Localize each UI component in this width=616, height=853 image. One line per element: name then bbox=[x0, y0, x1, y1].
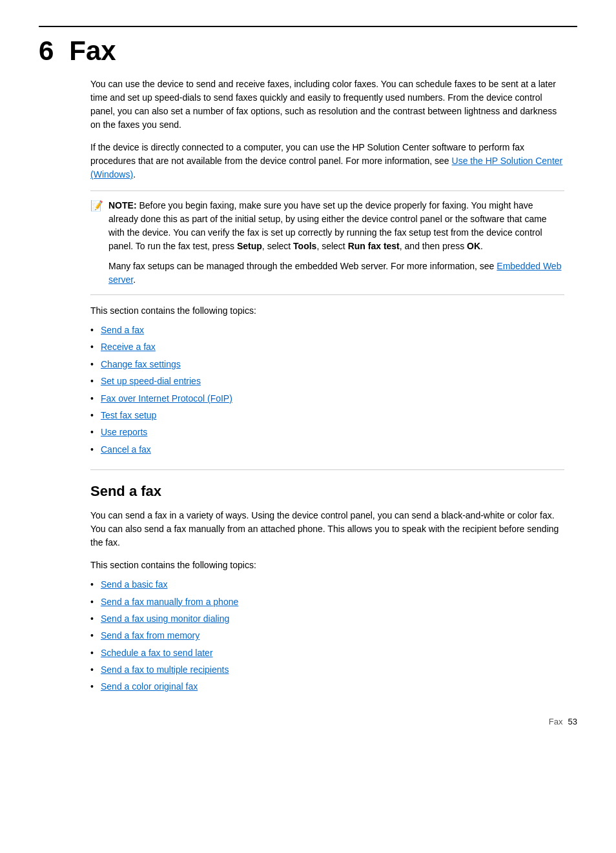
note-text: NOTE: Before you begin faxing, make sure… bbox=[108, 200, 547, 251]
chapter-number: 6 bbox=[39, 37, 54, 65]
topic-link-change-settings[interactable]: Change fax settings bbox=[101, 359, 181, 369]
note-box: 📝 NOTE: Before you begin faxing, make su… bbox=[90, 190, 564, 295]
footer-label: Fax bbox=[549, 717, 563, 726]
send-fax-paragraph-1: You can send a fax in a variety of ways.… bbox=[90, 509, 564, 550]
topic-link-cancel[interactable]: Cancel a fax bbox=[101, 444, 151, 455]
topic-link-monitor-dialing[interactable]: Send a fax using monitor dialing bbox=[101, 613, 229, 624]
page-footer: Fax 53 bbox=[549, 717, 577, 726]
topic-link-basic-fax[interactable]: Send a basic fax bbox=[101, 579, 168, 590]
note-bold-ok: OK bbox=[467, 241, 480, 251]
note-bold-run-fax: Run fax test bbox=[348, 241, 400, 251]
send-fax-topic-list: Send a basic fax Send a fax manually fro… bbox=[90, 577, 564, 694]
topic-link-color-fax[interactable]: Send a color original fax bbox=[101, 681, 198, 692]
send-fax-heading: Send a fax bbox=[90, 483, 564, 500]
note-cont-text: Many fax setups can be managed through t… bbox=[108, 261, 497, 271]
topic-link-test-setup[interactable]: Test fax setup bbox=[101, 410, 156, 420]
list-item: Use reports bbox=[90, 425, 564, 439]
topic-link-from-memory[interactable]: Send a fax from memory bbox=[101, 630, 200, 641]
note-content: 📝 NOTE: Before you begin faxing, make su… bbox=[90, 199, 564, 287]
note-bold-setup: Setup bbox=[237, 241, 262, 251]
list-item: Cancel a fax bbox=[90, 442, 564, 457]
note-cont-suffix: . bbox=[133, 274, 136, 285]
note-continuation: Many fax setups can be managed through t… bbox=[108, 260, 564, 287]
note-bold-tools: Tools bbox=[293, 241, 316, 251]
topic-list: Send a fax Receive a fax Change fax sett… bbox=[90, 323, 564, 457]
chapter-title: Fax bbox=[69, 37, 116, 65]
topic-link-manual-phone[interactable]: Send a fax manually from a phone bbox=[101, 597, 238, 607]
footer-page: 53 bbox=[568, 717, 577, 726]
list-item: Schedule a fax to send later bbox=[90, 646, 564, 660]
topic-link-multiple-recipients[interactable]: Send a fax to multiple recipients bbox=[101, 664, 229, 675]
top-border bbox=[39, 26, 577, 27]
topic-link-schedule[interactable]: Schedule a fax to send later bbox=[101, 648, 213, 658]
list-item: Send a basic fax bbox=[90, 577, 564, 591]
note-text-2: , select bbox=[262, 241, 293, 251]
note-label: NOTE: bbox=[108, 200, 137, 211]
note-text-3: , select bbox=[316, 241, 347, 251]
list-item: Send a color original fax bbox=[90, 679, 564, 694]
topic-link-speed-dial[interactable]: Set up speed-dial entries bbox=[101, 376, 201, 386]
topic-link-receive-fax[interactable]: Receive a fax bbox=[101, 342, 156, 352]
intro-link-suffix: . bbox=[133, 169, 136, 180]
section-divider bbox=[90, 469, 564, 470]
page-container: 6 Fax You can use the device to send and… bbox=[0, 0, 616, 746]
topic-link-send-fax[interactable]: Send a fax bbox=[101, 325, 144, 335]
list-item: Test fax setup bbox=[90, 408, 564, 422]
list-item: Send a fax from memory bbox=[90, 628, 564, 642]
intro-paragraph-2: If the device is directly connected to a… bbox=[90, 141, 564, 181]
topics-label: This section contains the following topi… bbox=[90, 304, 564, 318]
intro-paragraph-1: You can use the device to send and recei… bbox=[90, 77, 564, 132]
list-item: Send a fax using monitor dialing bbox=[90, 611, 564, 626]
send-fax-topics-label: This section contains the following topi… bbox=[90, 559, 564, 572]
content-area: You can use the device to send and recei… bbox=[90, 77, 564, 694]
list-item: Set up speed-dial entries bbox=[90, 374, 564, 388]
note-text-5: . bbox=[480, 241, 483, 251]
topic-link-reports[interactable]: Use reports bbox=[101, 427, 147, 437]
list-item: Send a fax bbox=[90, 323, 564, 337]
note-icon: 📝 bbox=[90, 200, 103, 212]
list-item: Fax over Internet Protocol (FoIP) bbox=[90, 391, 564, 406]
list-item: Send a fax to multiple recipients bbox=[90, 663, 564, 677]
list-item: Receive a fax bbox=[90, 340, 564, 354]
note-body: NOTE: Before you begin faxing, make sure… bbox=[108, 199, 564, 287]
list-item: Change fax settings bbox=[90, 357, 564, 371]
chapter-header: 6 Fax bbox=[39, 37, 577, 65]
topic-link-foip[interactable]: Fax over Internet Protocol (FoIP) bbox=[101, 393, 232, 404]
note-text-4: , and then press bbox=[400, 241, 467, 251]
list-item: Send a fax manually from a phone bbox=[90, 595, 564, 609]
